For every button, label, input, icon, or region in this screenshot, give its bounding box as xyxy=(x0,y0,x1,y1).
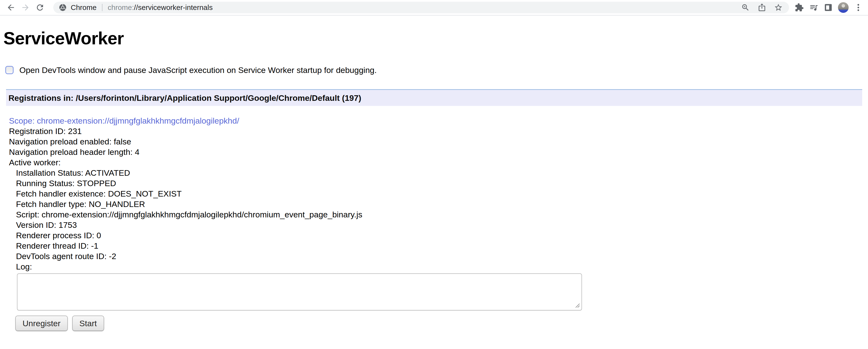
reload-button[interactable] xyxy=(33,1,46,14)
back-icon xyxy=(6,3,16,12)
media-controls-button[interactable] xyxy=(809,3,818,12)
registration-field: Navigation preload header length: 4 xyxy=(9,147,865,157)
scope-row: Scope: chrome-extension://djjmngfglakhkh… xyxy=(9,116,865,126)
media-controls-icon xyxy=(809,3,818,12)
registrations-header: Registrations in: /Users/forinton/Librar… xyxy=(6,89,862,106)
forward-button[interactable] xyxy=(19,1,32,14)
omnibox[interactable]: Chrome chrome://serviceworker-internals xyxy=(53,2,789,13)
forward-icon xyxy=(21,3,30,12)
toolbar-right xyxy=(789,2,868,13)
side-panel-icon xyxy=(824,3,833,12)
registration-actions: Unregister Start xyxy=(15,316,865,331)
log-label: Log: xyxy=(16,262,865,272)
site-label: Chrome xyxy=(71,3,97,11)
worker-field: Renderer process ID: 0 xyxy=(16,230,865,241)
worker-field: Script: chrome-extension://djjmngfglakhk… xyxy=(16,209,865,220)
unregister-button[interactable]: Unregister xyxy=(15,316,68,331)
side-panel-button[interactable] xyxy=(824,3,833,12)
worker-field: Running Status: STOPPED xyxy=(16,178,865,188)
url-host: //serviceworker-internals xyxy=(134,3,213,11)
worker-field: Installation Status: ACTIVATED xyxy=(16,168,865,178)
resize-handle-icon[interactable] xyxy=(575,303,581,309)
active-worker-details: Installation Status: ACTIVATED Running S… xyxy=(16,168,865,311)
worker-field: Renderer thread ID: -1 xyxy=(16,241,865,251)
omnibox-divider xyxy=(102,4,102,11)
page-title: ServiceWorker xyxy=(3,28,865,49)
worker-field: DevTools agent route ID: -2 xyxy=(16,251,865,262)
worker-field: Fetch handler type: NO_HANDLER xyxy=(16,199,865,209)
zoom-in-icon[interactable] xyxy=(741,3,750,12)
back-button[interactable] xyxy=(4,1,18,14)
extensions-puzzle-icon xyxy=(795,3,804,12)
start-button[interactable]: Start xyxy=(72,316,104,331)
registration-field: Active worker: xyxy=(9,157,865,168)
share-icon[interactable] xyxy=(757,3,766,12)
browser-toolbar: Chrome chrome://serviceworker-internals xyxy=(0,0,868,16)
log-textarea[interactable] xyxy=(17,273,582,311)
devtools-checkbox[interactable] xyxy=(5,66,13,74)
url-text[interactable]: chrome://serviceworker-internals xyxy=(108,3,213,11)
extensions-button[interactable] xyxy=(795,3,804,12)
registration-field: Navigation preload enabled: false xyxy=(9,137,865,147)
scope-link[interactable]: Scope: chrome-extension://djjmngfglakhkh… xyxy=(9,116,239,125)
avatar[interactable] xyxy=(838,2,848,13)
serviceworker-internals-page: ServiceWorker Open DevTools window and p… xyxy=(0,28,868,331)
devtools-checkbox-label: Open DevTools window and pause JavaScrip… xyxy=(20,65,377,75)
devtools-option-row: Open DevTools window and pause JavaScrip… xyxy=(5,64,865,76)
worker-field: Version ID: 1753 xyxy=(16,220,865,230)
chrome-logo-icon xyxy=(59,3,67,11)
omnibox-actions xyxy=(741,3,783,12)
bookmark-star-icon[interactable] xyxy=(774,3,783,12)
registration-entry: Scope: chrome-extension://djjmngfglakhkh… xyxy=(9,116,865,331)
worker-field: Fetch handler existence: DOES_NOT_EXIST xyxy=(16,188,865,199)
log-container xyxy=(17,273,582,311)
registration-field: Registration ID: 231 xyxy=(9,126,865,137)
reload-icon xyxy=(35,3,44,12)
menu-button[interactable] xyxy=(854,3,863,12)
kebab-menu-icon xyxy=(854,3,863,12)
url-scheme: chrome: xyxy=(108,3,134,11)
